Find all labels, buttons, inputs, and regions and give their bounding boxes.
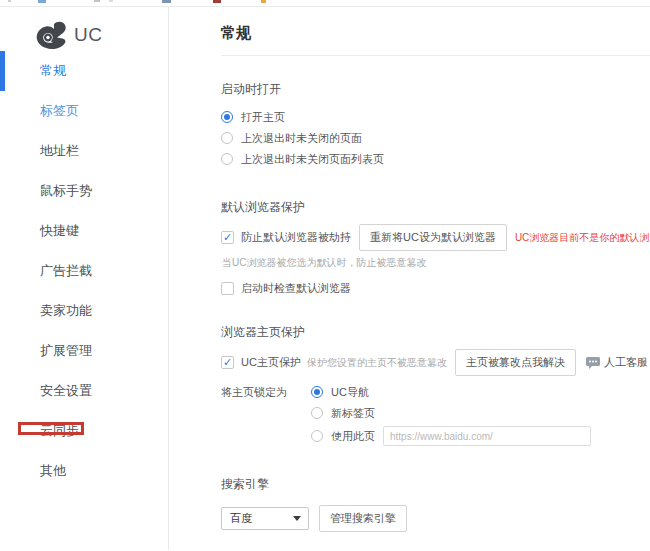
- radio[interactable]: [311, 430, 323, 442]
- checkbox-label[interactable]: 启动时检查默认浏览器: [241, 281, 351, 296]
- toolbar-fragment: [38, 0, 46, 3]
- sidebar-item-label: 标签页: [40, 103, 79, 118]
- search-engine-section-title: 搜索引擎: [221, 477, 650, 492]
- checkbox-label[interactable]: UC主页保护: [241, 355, 301, 370]
- default-browser-section-title: 默认浏览器保护: [221, 200, 650, 215]
- startup-option-homepage[interactable]: 打开主页: [221, 107, 650, 127]
- fix-homepage-button[interactable]: 主页被篡改点我解决: [455, 349, 576, 376]
- sidebar-item-seller-features[interactable]: 卖家功能: [0, 291, 168, 331]
- not-default-warning: UC浏览器目前不是你的默认浏览器: [515, 231, 650, 245]
- option-label: 打开主页: [241, 110, 285, 125]
- sidebar-item-label: 鼠标手势: [40, 183, 92, 198]
- startup-option-last-page-list[interactable]: 上次退出时未关闭页面列表页: [221, 149, 650, 169]
- sidebar-item-label: 广告拦截: [40, 263, 92, 278]
- radio-selected[interactable]: [221, 111, 233, 123]
- homepage-protect-section-title: 浏览器主页保护: [221, 325, 650, 340]
- sidebar-item-label: 其他: [40, 463, 66, 478]
- sidebar-item-label: 扩展管理: [40, 343, 92, 358]
- lock-option-uc-nav[interactable]: UC导航: [311, 382, 591, 402]
- checkmark-icon: ✓: [223, 232, 232, 243]
- lock-option-custom-url[interactable]: 使用此页: [311, 424, 591, 448]
- squirrel-logo-icon: [33, 21, 67, 49]
- chat-bubble-icon: [586, 357, 600, 369]
- page-title: 常规: [221, 23, 650, 43]
- checkbox-label[interactable]: 防止默认浏览器被劫持: [241, 230, 351, 245]
- active-indicator-bar: [0, 51, 5, 91]
- chevron-down-icon: [293, 516, 301, 521]
- sidebar-item-label: 快捷键: [40, 223, 79, 238]
- sidebar-item-others[interactable]: 其他: [0, 451, 168, 491]
- set-default-browser-button[interactable]: 重新将UC设为默认浏览器: [359, 224, 507, 251]
- search-engine-controls: 百度 管理搜索引擎: [221, 505, 650, 532]
- sidebar-item-cloud-sync[interactable]: 云同步: [0, 411, 168, 451]
- sidebar-item-label: 安全设置: [40, 383, 92, 398]
- toolbar-fragment: [213, 0, 221, 3]
- sidebar-item-extensions[interactable]: 扩展管理: [0, 331, 168, 371]
- option-label: UC导航: [331, 385, 369, 400]
- toolbar-fragment: [94, 0, 100, 2]
- manage-search-engines-button[interactable]: 管理搜索引擎: [319, 505, 407, 532]
- lock-option-new-tab[interactable]: 新标签页: [311, 403, 591, 423]
- lock-homepage-label: 将主页锁定为: [221, 382, 311, 449]
- toolbar-fragment: [109, 0, 113, 2]
- toolbar-fragment: [162, 0, 171, 3]
- settings-sidebar: UC 常规 标签页 地址栏 鼠标手势 快捷键 广告拦截 卖家功能 扩展管理 安全…: [0, 7, 169, 550]
- option-label: 上次退出时未关闭的页面: [241, 131, 362, 146]
- option-label: 使用此页: [331, 429, 375, 444]
- homepage-lock-group: 将主页锁定为 UC导航 新标签页 使用此页: [221, 382, 650, 449]
- startup-options: 打开主页 上次退出时未关闭的页面 上次退出时未关闭页面列表页: [221, 107, 650, 169]
- radio-selected[interactable]: [311, 386, 323, 398]
- sidebar-item-general[interactable]: 常规: [0, 51, 168, 91]
- sidebar-item-security[interactable]: 安全设置: [0, 371, 168, 411]
- option-label: 新标签页: [331, 406, 375, 421]
- settings-page: UC 常规 标签页 地址栏 鼠标手势 快捷键 广告拦截 卖家功能 扩展管理 安全…: [0, 7, 650, 550]
- logo-text: UC: [74, 24, 102, 46]
- sidebar-item-label: 地址栏: [40, 143, 79, 158]
- checkmark-icon: ✓: [223, 357, 232, 368]
- uc-logo: UC: [0, 7, 168, 51]
- toolbar-fragment: [8, 0, 11, 2]
- selected-engine-label: 百度: [230, 511, 252, 526]
- toolbar-fragment: [261, 0, 266, 3]
- startup-section-title: 启动时打开: [221, 82, 650, 97]
- lock-options: UC导航 新标签页 使用此页: [311, 382, 591, 449]
- sidebar-item-address-bar[interactable]: 地址栏: [0, 131, 168, 171]
- sidebar-item-label: 卖家功能: [40, 303, 92, 318]
- default-browser-help: 当UC浏览器被您选为默认时，防止被恶意篡改: [222, 256, 650, 270]
- sidebar-item-label: 常规: [40, 63, 66, 78]
- uc-homepage-protect-checkbox[interactable]: ✓: [221, 356, 234, 369]
- startup-option-last-pages[interactable]: 上次退出时未关闭的页面: [221, 128, 650, 148]
- prevent-hijack-checkbox[interactable]: ✓: [221, 231, 234, 244]
- option-label: 上次退出时未关闭页面列表页: [241, 152, 384, 167]
- homepage-url-input[interactable]: [383, 426, 591, 446]
- header-divider: [221, 55, 650, 56]
- cropped-browser-chrome: [0, 0, 650, 7]
- search-engine-select[interactable]: 百度: [221, 507, 309, 530]
- check-on-start-row: 启动时检查默认浏览器: [221, 279, 650, 297]
- sidebar-item-mouse-gestures[interactable]: 鼠标手势: [0, 171, 168, 211]
- customer-service-label: 人工客服: [604, 355, 648, 370]
- radio[interactable]: [311, 407, 323, 419]
- homepage-protect-help: 保护您设置的主页不被恶意篡改: [307, 356, 447, 370]
- check-default-on-start-checkbox[interactable]: [221, 282, 234, 295]
- homepage-protect-row: ✓ UC主页保护 保护您设置的主页不被恶意篡改 主页被篡改点我解决 人工客服: [221, 349, 650, 376]
- customer-service-link[interactable]: 人工客服: [586, 355, 648, 370]
- annotation-red-box: [18, 422, 84, 435]
- sidebar-item-shortcuts[interactable]: 快捷键: [0, 211, 168, 251]
- sidebar-item-ad-block[interactable]: 广告拦截: [0, 251, 168, 291]
- radio[interactable]: [221, 132, 233, 144]
- default-browser-row: ✓ 防止默认浏览器被劫持 重新将UC设为默认浏览器 UC浏览器目前不是你的默认浏…: [221, 224, 650, 251]
- radio[interactable]: [221, 153, 233, 165]
- settings-content: 常规 启动时打开 打开主页 上次退出时未关闭的页面 上次退出时未关闭页面列表页 …: [169, 7, 650, 550]
- sidebar-item-tabs[interactable]: 标签页: [0, 91, 168, 131]
